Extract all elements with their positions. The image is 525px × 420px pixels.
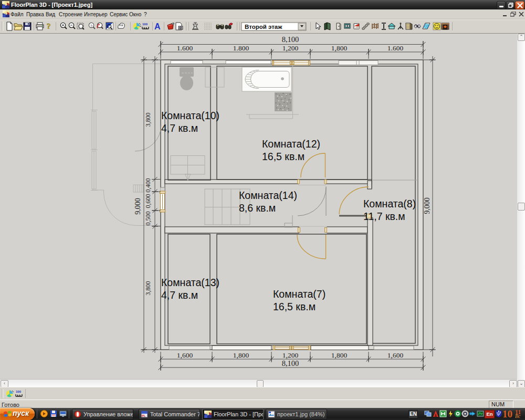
svg-text:11,7 кв.м: 11,7 кв.м — [363, 211, 405, 222]
svg-text:Комната(10): Комната(10) — [161, 110, 219, 121]
svg-text:3,800: 3,800 — [144, 113, 152, 127]
svg-text:1.800: 1.800 — [233, 44, 249, 52]
svg-text:Комната(14): Комната(14) — [239, 190, 297, 201]
svg-text:1,600: 1,600 — [177, 351, 193, 359]
svg-text:1.600: 1.600 — [177, 44, 193, 52]
svg-text:Второй этаж: Второй этаж — [245, 24, 282, 30]
svg-text:Комната(7): Комната(7) — [273, 288, 326, 300]
svg-text:0,400: 0,400 — [144, 178, 152, 193]
svg-text:8,100: 8,100 — [282, 35, 299, 44]
svg-text:100: 100 — [142, 23, 148, 26]
svg-text:8,6 кв.м: 8,6 кв.м — [239, 202, 276, 214]
svg-text:4,7 кв.м: 4,7 кв.м — [161, 289, 198, 301]
svg-text:9,000: 9,000 — [423, 197, 431, 214]
svg-text:0,600: 0,600 — [144, 194, 152, 208]
svg-text:9,000: 9,000 — [134, 198, 142, 215]
svg-text:16,5 кв.м: 16,5 кв.м — [273, 301, 316, 312]
svg-text:8,100: 8,100 — [282, 359, 299, 368]
svg-text:1.600: 1.600 — [387, 44, 404, 52]
svg-text:?: ? — [47, 22, 51, 30]
svg-text:A: A — [154, 22, 161, 31]
svg-text:1,800: 1,800 — [331, 44, 348, 52]
svg-text:Комната(13): Комната(13) — [161, 277, 219, 288]
svg-text:16,5 кв.м: 16,5 кв.м — [262, 151, 304, 162]
svg-text:4,7 кв.м: 4,7 кв.м — [161, 122, 198, 134]
svg-text:0,500: 0,500 — [144, 212, 152, 226]
svg-text:3,800: 3,800 — [144, 281, 152, 296]
svg-text:100: 100 — [16, 390, 22, 393]
svg-text:1,600: 1,600 — [387, 351, 404, 359]
svg-text:PL: PL — [142, 414, 146, 417]
svg-text:1,200: 1,200 — [282, 351, 299, 359]
svg-text:1,800: 1,800 — [233, 351, 249, 359]
svg-text:1,800: 1,800 — [331, 351, 348, 359]
svg-text:?: ? — [90, 24, 93, 28]
svg-text:Комната(12): Комната(12) — [262, 138, 320, 150]
svg-text:1,200: 1,200 — [282, 44, 299, 52]
svg-text:Комната(8): Комната(8) — [363, 198, 416, 209]
